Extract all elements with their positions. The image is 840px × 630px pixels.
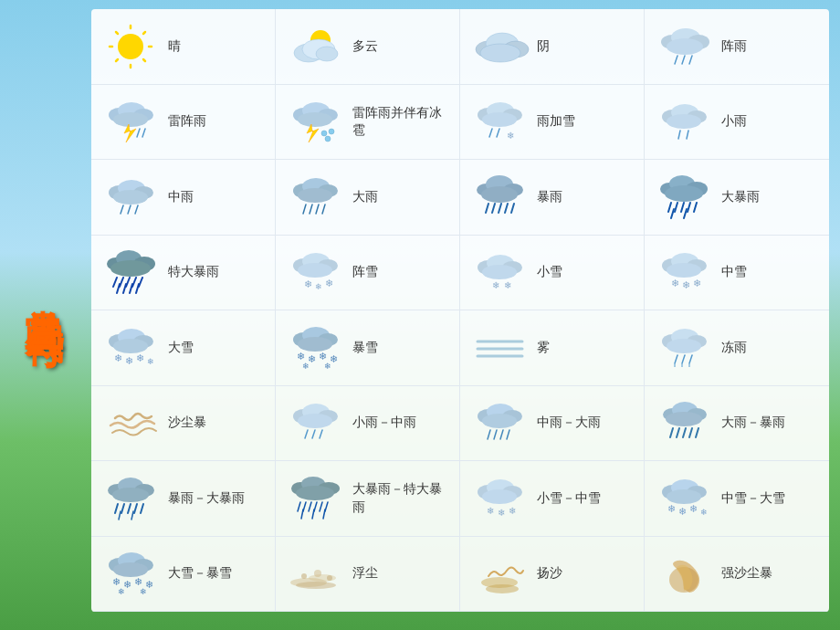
svg-point-202 [482, 489, 517, 504]
svg-point-231 [486, 584, 519, 593]
svg-line-183 [141, 504, 143, 513]
weather-label-blowing-sand: 扬沙 [537, 564, 636, 583]
weather-label-light-snow: 小雪 [537, 263, 636, 281]
svg-text:❄: ❄ [118, 587, 125, 596]
svg-point-209 [667, 489, 701, 504]
weather-icon-light-snow: ❄ ❄ [467, 247, 531, 298]
weather-icon-blizzard: ❄ ❄ ❄ ❄ ❄ ❄ [283, 322, 347, 373]
svg-point-103 [298, 263, 332, 278]
weather-label-freezing-rain: 冻雨 [721, 339, 822, 357]
svg-point-154 [298, 414, 332, 428]
svg-point-16 [480, 44, 520, 62]
svg-point-12 [316, 47, 338, 61]
svg-text:❄: ❄ [700, 508, 708, 517]
weather-label-dust: 浮尘 [352, 564, 452, 583]
weather-icon-thunderstorm [99, 97, 163, 147]
weather-cell: 冻雨 [645, 310, 829, 386]
svg-line-164 [500, 430, 503, 439]
weather-label-light-medium-rain: 小雨－中雨 [352, 414, 452, 432]
weather-label-heavy-snow: 大雪 [168, 339, 268, 357]
weather-icon-medium-rain [99, 172, 163, 222]
svg-text:❄: ❄ [147, 357, 154, 366]
svg-marker-28 [124, 124, 136, 142]
svg-line-145 [675, 355, 677, 363]
weather-cell: 雷阵雨 [91, 85, 276, 161]
svg-point-189 [296, 486, 334, 500]
svg-point-228 [327, 575, 332, 581]
page-title: 常见的天气符号 [25, 279, 63, 305]
weather-cell: 晴 [91, 9, 276, 85]
svg-point-70 [481, 186, 518, 203]
weather-cell: 大雨－暴雨 [645, 386, 829, 462]
svg-line-5 [116, 32, 118, 34]
weather-icon-blowing-sand [467, 549, 531, 599]
weather-cell: 小雨－中雨 [276, 386, 460, 462]
weather-grid: 晴 多云 阴 阵雨 雷阵雨 [91, 9, 829, 612]
svg-text:❄: ❄ [140, 587, 147, 596]
svg-point-144 [667, 339, 701, 353]
svg-line-181 [128, 504, 131, 513]
svg-line-184 [119, 511, 121, 520]
weather-cell: ❄ ❄ ❄ ❄ 中雪－大雪 [645, 461, 829, 537]
weather-icon-extreme-storm [99, 247, 163, 298]
weather-label-heavy-rain: 大雨 [352, 188, 452, 206]
svg-point-229 [296, 582, 336, 589]
weather-icon-medium-heavy-snow: ❄ ❄ ❄ ❄ [652, 473, 716, 523]
main-panel: 晴 多云 阴 阵雨 雷阵雨 [91, 9, 829, 612]
weather-cell: 大暴雨－特大暴雨 [276, 461, 460, 537]
weather-icon-heavy-extreme [283, 473, 347, 523]
svg-line-192 [309, 502, 311, 511]
svg-point-34 [298, 112, 332, 127]
svg-line-182 [134, 504, 137, 513]
svg-line-196 [301, 509, 303, 519]
svg-point-27 [113, 112, 148, 127]
svg-line-91 [113, 278, 117, 287]
svg-line-23 [689, 56, 692, 64]
svg-point-178 [112, 488, 149, 502]
weather-label-heavy-storm: 大暴雨 [721, 188, 822, 206]
svg-point-161 [482, 414, 517, 428]
weather-cell: 特大暴雨 [91, 236, 276, 311]
svg-line-197 [312, 509, 314, 519]
svg-text:❄: ❄ [136, 352, 144, 363]
svg-point-38 [325, 136, 331, 142]
svg-text:❄: ❄ [125, 355, 133, 366]
svg-line-155 [305, 430, 308, 438]
svg-point-116 [667, 263, 701, 278]
svg-text:❄: ❄ [324, 362, 331, 371]
weather-cell: 雾 [460, 310, 645, 386]
svg-text:❄: ❄ [325, 278, 333, 289]
svg-line-93 [126, 278, 130, 287]
svg-line-71 [486, 204, 488, 213]
svg-line-82 [681, 203, 684, 212]
svg-point-42 [482, 112, 517, 127]
weather-cell: 中雨 [91, 160, 276, 236]
svg-line-51 [687, 131, 688, 139]
weather-cell: ❄ ❄ ❄ ❄ ❄ ❄ 暴雪 [276, 310, 460, 386]
weather-cell: 雷阵雨并伴有冰雹 [276, 85, 460, 161]
svg-marker-35 [307, 124, 319, 142]
svg-text:❄: ❄ [134, 576, 142, 587]
svg-point-227 [314, 570, 321, 577]
weather-icon-medium-snow: ❄ ❄ ❄ [652, 247, 716, 298]
weather-cell: 暴雨－大暴雨 [91, 461, 276, 537]
svg-line-96 [117, 284, 120, 293]
svg-point-62 [298, 188, 332, 203]
weather-label-snow-shower: 阵雪 [352, 263, 452, 281]
svg-line-173 [689, 428, 692, 437]
svg-line-30 [142, 129, 145, 137]
svg-line-80 [668, 203, 671, 212]
svg-line-74 [505, 204, 508, 213]
weather-icon-overcast [467, 21, 531, 71]
weather-cell: 大暴雨 [645, 160, 829, 236]
svg-line-165 [507, 430, 509, 439]
svg-line-180 [121, 504, 124, 513]
svg-point-226 [301, 573, 307, 579]
svg-text:❄: ❄ [504, 280, 511, 290]
weather-cell: 扬沙 [460, 537, 645, 613]
svg-line-170 [670, 428, 673, 437]
weather-cell: 沙尘暴 [91, 386, 276, 462]
svg-text:❄: ❄ [667, 503, 676, 514]
svg-text:❄: ❄ [297, 351, 305, 362]
svg-text:❄: ❄ [498, 508, 505, 518]
